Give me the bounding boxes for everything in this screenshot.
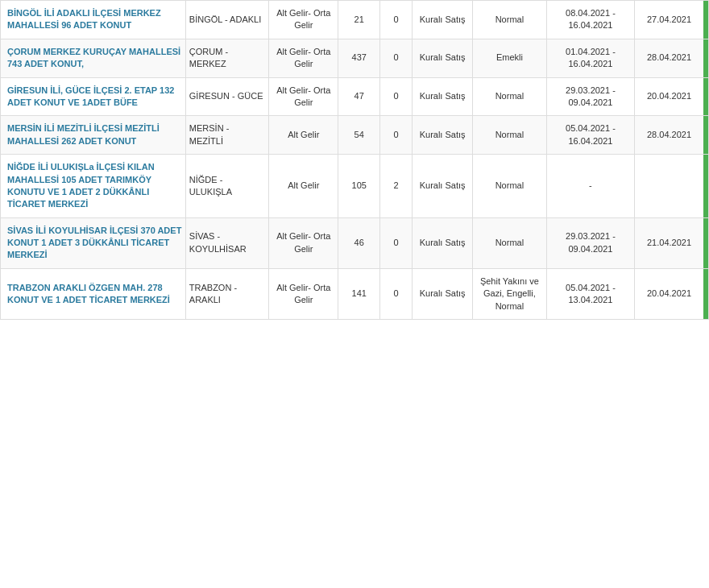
table-cell: Alt Gelir (269, 116, 338, 155)
table-row: NİĞDE İLİ ULUKIŞLa İLÇESİ KILAN MAHALLES… (1, 155, 709, 218)
table-row: BİNGÖL İLİ ADAKLI İLÇESİ MERKEZ MAHALLES… (1, 1, 709, 39)
table-cell: ÇORUM - MERKEZ (185, 39, 268, 77)
table-cell: - (546, 155, 634, 218)
table-cell: Alt Gelir- Orta Gelir (269, 1, 338, 39)
table-cell: Kuralı Satış (413, 217, 473, 268)
table-cell: Kuralı Satış (413, 116, 473, 155)
table-cell: 01.04.2021 - 16.04.2021 (546, 39, 634, 77)
table-cell: 0 (380, 217, 413, 268)
table-cell: 20.04.2021 (635, 77, 709, 116)
table-cell: Kuralı Satış (413, 155, 473, 218)
table-row: TRABZON ARAKLI ÖZGEN MAH. 278 KONUT VE 1… (1, 268, 709, 319)
table-row: GİRESUN İLİ, GÜCE İLÇESİ 2. ETAP 132 ADE… (1, 77, 709, 116)
table-cell: NİĞDE - ULUKIŞLA (185, 155, 268, 218)
table-cell: Emekli (472, 39, 546, 77)
table-cell: GİRESUN İLİ, GÜCE İLÇESİ 2. ETAP 132 ADE… (1, 77, 186, 116)
table-cell: 27.04.2021 (635, 1, 709, 39)
table-cell: BİNGÖL - ADAKLI (185, 1, 268, 39)
table-cell: Alt Gelir- Orta Gelir (269, 77, 338, 116)
table-cell: 46 (338, 217, 380, 268)
table-row: ÇORUM MERKEZ KURUÇAY MAHALLESİ 743 ADET … (1, 39, 709, 77)
table-cell: MERSİN İLİ MEZİTLİ İLÇESİ MEZİTLİ MAHALL… (1, 116, 186, 155)
table-cell: Alt Gelir- Orta Gelir (269, 217, 338, 268)
table-cell: 08.04.2021 - 16.04.2021 (546, 1, 634, 39)
table-cell: Alt Gelir- Orta Gelir (269, 268, 338, 319)
table-cell: Normal (472, 116, 546, 155)
table-cell: 28.04.2021 (635, 116, 709, 155)
table-cell: TRABZON ARAKLI ÖZGEN MAH. 278 KONUT VE 1… (1, 268, 186, 319)
table-cell: 05.04.2021 - 16.04.2021 (546, 116, 634, 155)
table-cell: 29.03.2021 - 09.04.2021 (546, 217, 634, 268)
table-cell: 21 (338, 1, 380, 39)
table-cell: 54 (338, 116, 380, 155)
table-cell: Normal (472, 1, 546, 39)
table-cell: Normal (472, 155, 546, 218)
table-cell: Kuralı Satış (413, 77, 473, 116)
table-cell: 0 (380, 268, 413, 319)
table-cell: NİĞDE İLİ ULUKIŞLa İLÇESİ KILAN MAHALLES… (1, 155, 186, 218)
table-cell: MERSİN - MEZİTLİ (185, 116, 268, 155)
table-cell: 0 (380, 39, 413, 77)
table-cell: 0 (380, 116, 413, 155)
table-cell: 21.04.2021 (635, 217, 709, 268)
table-cell: Alt Gelir- Orta Gelir (269, 39, 338, 77)
table-cell: SİVAS İLİ KOYULHİSAR İLÇESİ 370 ADET KON… (1, 217, 186, 268)
table-cell: 141 (338, 268, 380, 319)
table-cell: ÇORUM MERKEZ KURUÇAY MAHALLESİ 743 ADET … (1, 39, 186, 77)
table-cell: 0 (380, 1, 413, 39)
table-cell: Kuralı Satış (413, 39, 473, 77)
table-cell: 0 (380, 77, 413, 116)
table-cell: Kuralı Satış (413, 268, 473, 319)
main-table-container: BİNGÖL İLİ ADAKLI İLÇESİ MERKEZ MAHALLES… (0, 0, 709, 320)
table-row: MERSİN İLİ MEZİTLİ İLÇESİ MEZİTLİ MAHALL… (1, 116, 709, 155)
table-cell: 105 (338, 155, 380, 218)
table-cell: 05.04.2021 - 13.04.2021 (546, 268, 634, 319)
table-cell: 2 (380, 155, 413, 218)
table-cell: Normal (472, 217, 546, 268)
data-table: BİNGÖL İLİ ADAKLI İLÇESİ MERKEZ MAHALLES… (0, 0, 709, 320)
table-cell: Kuralı Satış (413, 1, 473, 39)
table-cell: 47 (338, 77, 380, 116)
table-cell: Normal (472, 77, 546, 116)
table-cell: 28.04.2021 (635, 39, 709, 77)
table-cell: 20.04.2021 (635, 268, 709, 319)
table-row: SİVAS İLİ KOYULHİSAR İLÇESİ 370 ADET KON… (1, 217, 709, 268)
table-cell: 437 (338, 39, 380, 77)
table-cell: BİNGÖL İLİ ADAKLI İLÇESİ MERKEZ MAHALLES… (1, 1, 186, 39)
table-cell: Alt Gelir (269, 155, 338, 218)
table-cell (635, 155, 709, 218)
table-cell: 29.03.2021 - 09.04.2021 (546, 77, 634, 116)
table-cell: SİVAS - KOYULHİSAR (185, 217, 268, 268)
table-cell: GİRESUN - GÜCE (185, 77, 268, 116)
table-cell: TRABZON - ARAKLI (185, 268, 268, 319)
table-cell: Şehit Yakını ve Gazi, Engelli, Normal (472, 268, 546, 319)
